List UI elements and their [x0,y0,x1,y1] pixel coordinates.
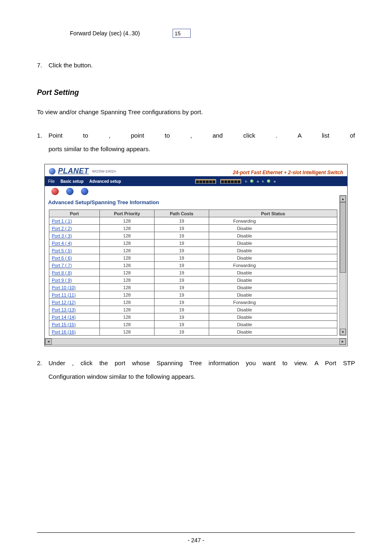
port-link[interactable]: Port 16 (16) [49,328,100,336]
forward-delay-label: Forward Delay (sec) (4..30) [70,30,173,37]
cell-path: 19 [154,217,209,225]
cell-status: Forwarding [209,299,280,306]
status-dots-row [45,186,347,195]
cell-path: 19 [154,328,209,336]
cell-priority: 128 [100,306,154,313]
cell-priority: 128 [100,262,154,269]
cell-path: 19 [154,321,209,328]
cell-status: Disable [209,328,280,336]
port-link[interactable]: Port 2 ( 2) [49,225,100,232]
cell-path: 19 [154,291,209,299]
led-indicator-icon [250,180,254,183]
cell-status: Disable [209,313,280,321]
port-link[interactable]: Port 8 ( 8) [49,269,100,276]
cell-status: Disable [209,284,280,291]
cell-priority: 128 [100,321,154,328]
banner-tagline: 24-port Fast Ethernet + 2-slot Intellige… [233,170,343,175]
port-strip-1 [195,179,216,184]
scroll-up-icon[interactable]: ▲ [340,196,346,202]
cell-status: Forwarding [209,262,280,269]
footer-rule [37,532,355,533]
step-1: 1. Point to , point to , and click . A l… [37,129,355,156]
port-link[interactable]: Port 3 ( 3) [49,232,100,240]
switch-graphic: ba ba [127,176,344,186]
port-link[interactable]: Port 11 (11) [49,291,100,299]
table-row: Port 6 ( 6)12819Disable [49,254,337,262]
forward-delay-input[interactable]: 15 [173,29,191,38]
cell-path: 19 [154,262,209,269]
scroll-down-icon[interactable]: ▼ [340,329,346,335]
cell-priority: 128 [100,276,154,284]
cell-path: 19 [154,232,209,240]
cell-empty [280,328,337,336]
forward-delay-row: Forward Delay (sec) (4..30) 15 [70,29,355,38]
globe-icon [49,168,55,175]
port-link[interactable]: Port 12 (12) [49,299,100,306]
cell-empty [280,276,337,284]
scroll-right-icon[interactable]: ► [339,339,346,345]
cell-status: Disable [209,240,280,247]
cell-priority: 128 [100,313,154,321]
cell-path: 19 [154,269,209,276]
table-row: Port 8 ( 8)12819Disable [49,269,337,276]
table-row: Port 10 (10)12819Disable [49,284,337,291]
port-link[interactable]: Port 10 (10) [49,284,100,291]
table-title: Advanced Setup/Spanning Tree Information [48,199,346,205]
col-priority: Port Priority [100,210,154,217]
cell-empty [280,232,337,240]
cell-priority: 128 [100,269,154,276]
menu-bar: File Basic setup Advanced setup ba ba [45,176,347,186]
menu-file[interactable]: File [48,179,55,184]
cell-empty [280,254,337,262]
cell-empty [280,284,337,291]
cell-empty [280,247,337,254]
spanning-tree-table: Port Port Priority Path Costs Port Statu… [49,210,337,336]
table-row: Port 13 (13)12819Disable [49,306,337,313]
col-port: Port [49,210,100,217]
table-row: Port 14 (14)12819Disable [49,313,337,321]
table-row: Port 2 ( 2)12819Disable [49,225,337,232]
cell-empty [280,225,337,232]
table-row: Port 1 ( 1)12819Forwarding [49,217,337,225]
led-indicator-icon [267,180,270,183]
scroll-thumb[interactable] [340,202,346,273]
horizontal-scrollbar[interactable]: ◄ ► [45,338,346,345]
port-link[interactable]: Port 4 ( 4) [49,240,100,247]
port-link[interactable]: Port 13 (13) [49,306,100,313]
intro-text: To view and/or change Spanning Tree conf… [37,105,355,119]
table-row: Port 3 ( 3)12819Disable [49,232,337,240]
port-link[interactable]: Port 7 ( 7) [49,262,100,269]
cell-status: Disable [209,254,280,262]
page-number: - 247 - [0,537,392,543]
app-banner: PLANET WGSW-2402A 24-port Fast Ethernet … [45,164,347,176]
cell-status: Disable [209,232,280,240]
scroll-left-icon[interactable]: ◄ [45,339,52,345]
cell-empty [280,313,337,321]
cell-empty [280,299,337,306]
cell-status: Disable [209,321,280,328]
col-status: Port Status [209,210,337,217]
cell-empty [280,269,337,276]
cell-priority: 128 [100,247,154,254]
port-link[interactable]: Port 1 ( 1) [49,217,100,225]
cell-path: 19 [154,276,209,284]
cell-priority: 128 [100,328,154,336]
col-path: Path Costs [154,210,209,217]
menu-advanced-setup[interactable]: Advanced setup [89,179,121,184]
cell-status: Disable [209,291,280,299]
embedded-screenshot: PLANET WGSW-2402A 24-port Fast Ethernet … [44,164,348,346]
port-link[interactable]: Port 5 ( 5) [49,247,100,254]
cell-path: 19 [154,313,209,321]
menu-basic-setup[interactable]: Basic setup [60,179,83,184]
status-dot-icon [51,188,59,195]
section-title: Port Setting [37,88,355,97]
table-row: Port 11 (11)12819Disable [49,291,337,299]
port-link[interactable]: Port 15 (15) [49,321,100,328]
port-link[interactable]: Port 6 ( 6) [49,254,100,262]
vertical-scrollbar[interactable]: ▲ ▼ [339,195,346,336]
port-link[interactable]: Port 14 (14) [49,313,100,321]
content-pane: ▲ ▼ Advanced Setup/Spanning Tree Informa… [45,195,347,338]
cell-empty [280,240,337,247]
status-dot-icon [66,188,74,195]
port-link[interactable]: Port 9 ( 9) [49,276,100,284]
